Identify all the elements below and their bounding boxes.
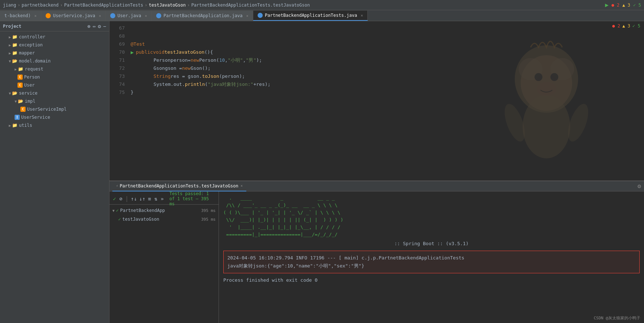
tree-item-exception[interactable]: ▶ 📁 exception — [0, 41, 109, 49]
folder-icon-request: 📁 — [18, 66, 23, 72]
breadcrumb-tests[interactable]: PartnetBackendApplicationTests — [64, 3, 143, 8]
tab-user[interactable]: User.java × — [106, 11, 152, 21]
tree-item-user[interactable]: C User — [0, 81, 109, 89]
tree-item-userservice[interactable]: I UserService — [0, 113, 109, 121]
top-bar: jiang › partnetbackend › PartnetBackendA… — [0, 0, 644, 10]
test-item-partnetbackendapp[interactable]: ▼ ✓ PartnetBackendApp 395 ms — [109, 206, 219, 215]
run-tab-close[interactable]: × — [240, 184, 243, 188]
comma2: , — [243, 56, 246, 64]
test-name-method: testJavatoGson — [122, 217, 159, 222]
pass-count[interactable]: ✓ 5 — [633, 3, 641, 8]
folder-icon-controller: 📁 — [12, 34, 18, 39]
test-item-testjavatogson[interactable]: ✓ testJavatoGson 395 ms — [109, 215, 219, 224]
error-indicator: ● 2 ▲ 3 ✓ 5 — [612, 23, 640, 28]
var-gson: gson = — [165, 64, 182, 72]
check-button[interactable]: ✓ — [112, 195, 116, 203]
tree-item-impl[interactable]: ▼ 📂 impl — [0, 97, 109, 105]
run-button[interactable]: ▶ — [605, 1, 609, 8]
run-sidebar: ✓ ⊘ | ↑↓ ↓↑ ≡ ⇅ » Tests passed: 1 of 1 t… — [109, 191, 219, 323]
tree-arrow-service: ▼ — [9, 91, 11, 95]
tab-user-label: User.java — [117, 13, 141, 18]
tree-item-mapper[interactable]: ▶ 📁 mapper — [0, 49, 109, 57]
cancel-button[interactable]: ⊘ — [119, 195, 123, 203]
tab-partnetapp-close[interactable]: × — [246, 14, 248, 18]
tab-userservice-label: UserService.java — [53, 13, 95, 18]
file-icon-person: C — [18, 75, 23, 80]
breadcrumb-partnetbackend[interactable]: partnetbackend — [22, 3, 58, 8]
sidebar-sync-icon[interactable]: ⊕ — [87, 23, 90, 29]
breadcrumb-jiang[interactable]: jiang — [3, 3, 16, 8]
tab-backend[interactable]: t-backend) × — [0, 11, 41, 21]
log-result: java对象转json:{"age":10,"name":"小明","sex":… — [227, 262, 636, 270]
tab-backend-close[interactable]: × — [34, 14, 36, 18]
annotation-test: @Test — [131, 40, 145, 48]
error-red-count: ● 2 — [612, 23, 620, 28]
indent-74 — [131, 80, 154, 88]
paren-close-71: ); — [256, 56, 262, 64]
run-tab[interactable]: ⚡ PartnetBackendApplicationTests.testJav… — [112, 181, 246, 191]
str-nan: "男" — [246, 56, 257, 64]
file-icon-user: C — [18, 83, 23, 88]
tree-label-service: service — [19, 91, 38, 96]
tab-user-icon — [110, 13, 115, 18]
tree-item-utils[interactable]: ▶ 📁 utils — [0, 121, 109, 129]
code-line-72: Gson gson = new Gson(); — [131, 64, 644, 72]
tab-userservice-close[interactable]: × — [99, 14, 101, 18]
pass-green-count: ✓ 5 — [632, 23, 640, 28]
tree-item-request[interactable]: ▶ 📁 request — [0, 65, 109, 73]
sort-desc-button[interactable]: ↓↑ — [139, 195, 145, 203]
error-count[interactable]: ● 2 — [612, 3, 620, 8]
sidebar-collapse-icon[interactable]: ⇔ — [93, 23, 96, 29]
file-icon-userserviceimpl: C — [20, 107, 26, 112]
sidebar-header: Project ⊕ ⇔ ⚙ − — [0, 21, 109, 31]
sort-asc-button[interactable]: ↑↓ — [131, 195, 137, 203]
breadcrumb-method[interactable]: testJavatoGson — [149, 3, 186, 8]
tree-item-controller[interactable]: ▶ 📁 controller — [0, 33, 109, 41]
run-gutter-70[interactable]: ▶ — [131, 48, 134, 56]
tree-item-person[interactable]: C Person — [0, 73, 109, 81]
code-line-69: @Test — [131, 40, 644, 48]
test-pass-app: ✓ — [116, 208, 119, 213]
tab-tests[interactable]: PartnetBackendApplicationTests.java × — [253, 11, 368, 21]
tree-label-request: request — [25, 66, 43, 72]
breadcrumb-full[interactable]: PartnetBackendApplicationTests.testJavat… — [191, 3, 310, 8]
test-time-app: 395 ms — [201, 208, 219, 213]
test-pass-method: ✓ — [118, 217, 121, 222]
tree-item-userserviceimpl[interactable]: C UserServiceImpl — [0, 105, 109, 113]
line-numbers: 67 68 69 70 71 72 73 74 75 — [109, 21, 128, 180]
filter-button[interactable]: ≡ — [147, 195, 151, 203]
expand-button[interactable]: ⇅ — [154, 195, 158, 203]
tree-item-modeldomain[interactable]: ▼ 📂 model.domain — [0, 57, 109, 65]
more-button[interactable]: » — [160, 195, 164, 203]
tree-label-exception: exception — [19, 42, 43, 48]
bottom-tab-bar: ⚡ PartnetBackendApplicationTests.testJav… — [109, 181, 644, 191]
spring-ascii-art: . ____ _ __ _ _ /\\ / ___'_ __ _ _(_)_ _… — [223, 194, 640, 238]
run-tab-label: PartnetBackendApplicationTests.testJavat… — [120, 183, 238, 189]
str-prefix: "java对象转json:" — [208, 80, 253, 88]
tree-item-service[interactable]: ▼ 📂 service — [0, 89, 109, 97]
var-person: person= — [171, 56, 191, 64]
run-tab-breadcrumb-icon: ⚡ — [116, 184, 118, 188]
file-icon-userservice: I — [15, 115, 20, 120]
tab-tests-close[interactable]: × — [361, 14, 363, 18]
test-arrow-app: ▼ — [112, 209, 115, 213]
warning-count[interactable]: ▲ 3 — [622, 3, 630, 8]
tab-user-close[interactable]: × — [145, 14, 147, 18]
kw-string: String — [154, 72, 171, 80]
code-paren: (){ — [204, 48, 213, 56]
watermark: CSDN @灰太狼家的小鸭子 — [594, 315, 640, 321]
sidebar-minus-icon[interactable]: − — [103, 23, 106, 29]
tree-arrow-impl: ▼ — [15, 99, 17, 103]
breadcrumb: jiang › partnetbackend › PartnetBackendA… — [3, 3, 310, 8]
tab-userservice[interactable]: UserService.java × — [41, 11, 106, 21]
sidebar-title: Project — [3, 24, 22, 29]
sidebar-actions: ⊕ ⇔ ⚙ − — [87, 23, 106, 29]
tree-label-modeldomain: model.domain — [19, 58, 51, 64]
test-tree: ▼ ✓ PartnetBackendApp 395 ms ✓ testJavat… — [109, 205, 219, 225]
method-name: testJavatoGson — [165, 48, 205, 56]
tree-label-impl: impl — [25, 99, 35, 104]
tree-arrow-modeldomain: ▼ — [9, 59, 11, 63]
bottom-settings-icon[interactable]: ⚙ — [637, 183, 641, 190]
sidebar-settings-icon[interactable]: ⚙ — [98, 23, 101, 29]
tab-partnetapp[interactable]: PartnetBackendApplication.java × — [152, 11, 253, 21]
